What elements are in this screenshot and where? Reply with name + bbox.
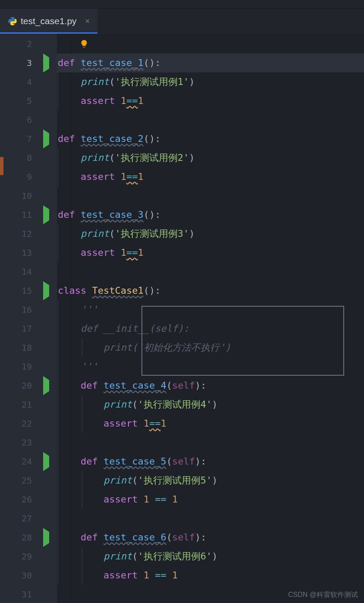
file-tab[interactable]: test_case1.py × [0,9,97,34]
line-number[interactable]: 5 [5,91,35,110]
line-number[interactable]: 23 [5,433,35,452]
editor-area[interactable]: 2345678910111213141516171819202122232425… [0,34,364,603]
line-number[interactable]: 16 [5,300,35,319]
line-number[interactable]: 6 [5,110,35,129]
close-icon[interactable]: × [85,17,90,26]
code-line-2[interactable] [57,35,364,53]
line-number[interactable]: 3 [5,53,35,72]
line-number[interactable]: 19 [5,357,35,376]
code-line-6[interactable] [57,110,364,129]
code-line-11[interactable]: def test_case_3(): [57,205,364,224]
run-test-icon[interactable] [43,528,49,547]
line-number[interactable]: 14 [5,262,35,281]
code-line-25[interactable]: print('执行测试用例5') [57,471,364,490]
code-line-10[interactable] [57,186,364,205]
run-test-icon[interactable] [43,205,49,224]
code-line-21[interactable]: print('执行测试用例4') [57,395,364,414]
bookmark-marker[interactable] [0,157,3,175]
line-number[interactable]: 8 [5,148,35,167]
code-line-13[interactable]: assert 1==1 [57,243,364,262]
code-line-22[interactable]: assert 1==1 [57,414,364,433]
window-top-bar [0,0,364,9]
code-line-4[interactable]: print('执行测试用例1') [57,72,364,91]
code-line-27[interactable] [57,509,364,528]
tab-filename: test_case1.py [21,16,77,26]
code-line-24[interactable]: def test_case_5(self): [57,452,364,471]
line-number[interactable]: 17 [5,319,35,338]
line-number[interactable]: 29 [5,547,35,566]
line-number[interactable]: 22 [5,414,35,433]
line-number[interactable]: 27 [5,509,35,528]
code-line-19[interactable]: ''' [57,357,364,376]
code-line-3[interactable]: def test_case_1(): [57,53,364,72]
line-number[interactable]: 24 [5,452,35,471]
code-line-15[interactable]: class TestCase1(): [57,281,364,300]
tab-bar: test_case1.py × [0,9,364,34]
line-number[interactable]: 31 [5,585,35,603]
line-number[interactable]: 4 [5,72,35,91]
run-test-icon[interactable] [43,281,49,300]
code-line-14[interactable] [57,262,364,281]
line-number[interactable]: 21 [5,395,35,414]
line-number[interactable]: 13 [5,243,35,262]
line-number[interactable]: 12 [5,224,35,243]
line-number[interactable]: 20 [5,376,35,395]
line-number[interactable]: 25 [5,471,35,490]
code-line-30[interactable]: assert 1 == 1 [57,566,364,585]
code-line-18[interactable]: print('初始化方法不执行') [57,338,364,357]
marker-gutter [0,34,5,603]
run-gutter [35,34,57,603]
code-line-28[interactable]: def test_case_6(self): [57,528,364,547]
line-number[interactable]: 26 [5,490,35,509]
run-test-icon[interactable] [43,376,49,395]
line-number[interactable]: 28 [5,528,35,547]
watermark: CSDN @科雷软件测试 [288,590,358,600]
code-line-9[interactable]: assert 1==1 [57,167,364,186]
code-line-5[interactable]: assert 1==1 [57,91,364,110]
code-line-23[interactable] [57,433,364,452]
line-number[interactable]: 18 [5,338,35,357]
line-number[interactable]: 15 [5,281,35,300]
line-number[interactable]: 9 [5,167,35,186]
code-line-26[interactable]: assert 1 == 1 [57,490,364,509]
run-test-icon[interactable] [43,53,49,72]
run-test-icon[interactable] [43,452,49,471]
code-line-29[interactable]: print('执行测试用例6') [57,547,364,566]
line-number[interactable]: 30 [5,566,35,585]
code-line-8[interactable]: print('执行测试用例2') [57,148,364,167]
line-number[interactable]: 10 [5,186,35,205]
code-line-17[interactable]: def __init__(self): [57,319,364,338]
python-file-icon [8,16,17,26]
code-area[interactable]: def test_case_1(): print('执行测试用例1') asse… [57,34,364,603]
line-number[interactable]: 11 [5,205,35,224]
code-line-7[interactable]: def test_case_2(): [57,129,364,148]
code-line-20[interactable]: def test_case_4(self): [57,376,364,395]
code-line-12[interactable]: print('执行测试用例3') [57,224,364,243]
run-test-icon[interactable] [43,129,49,148]
line-number-gutter: 2345678910111213141516171819202122232425… [5,34,35,603]
line-number[interactable]: 2 [5,35,35,53]
line-number[interactable]: 7 [5,129,35,148]
code-line-16[interactable]: ''' [57,300,364,319]
